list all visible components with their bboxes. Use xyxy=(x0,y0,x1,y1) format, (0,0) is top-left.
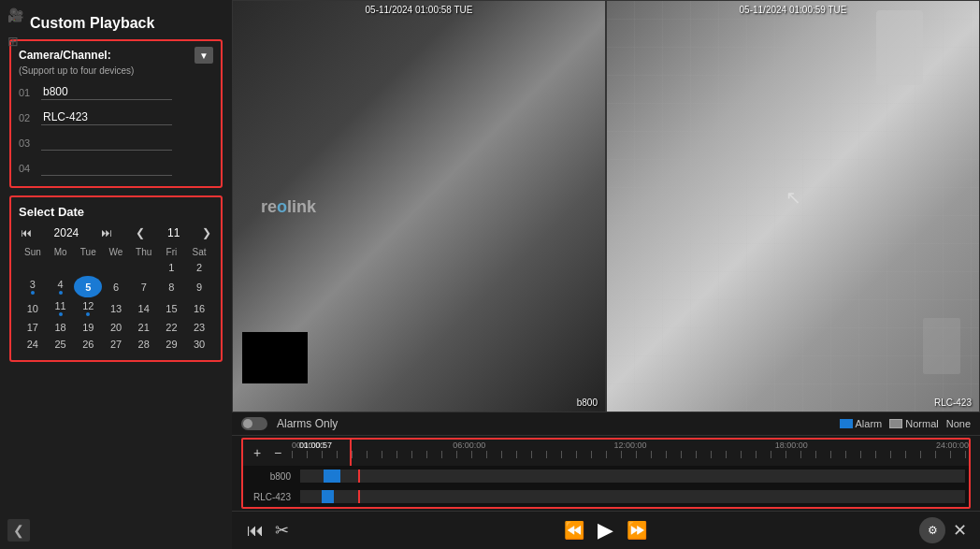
cal-day-1[interactable]: 1 xyxy=(158,259,186,276)
zoom-out-button[interactable]: − xyxy=(269,444,286,461)
weekday-mo: Mo xyxy=(47,245,75,259)
cam1-label: b800 xyxy=(577,397,598,408)
device-item-2: 02 xyxy=(19,107,213,128)
track-bar-rlc423[interactable] xyxy=(300,490,965,503)
time-label-24: 24:00:00 xyxy=(936,441,969,450)
track-segment-b800 xyxy=(324,470,340,483)
cal-day-28[interactable]: 28 xyxy=(130,336,158,353)
timeline-ruler-area[interactable]: + − 00:00:00 06:00:00 12:00:00 18:00:00 … xyxy=(241,438,971,509)
track-segment-rlc423 xyxy=(322,490,334,503)
cal-day-9[interactable]: 9 xyxy=(185,276,213,297)
settings-button[interactable]: ⚙ xyxy=(919,517,945,543)
device-name-4[interactable] xyxy=(41,160,172,176)
cal-day-23[interactable]: 23 xyxy=(185,319,213,336)
clip-button[interactable]: ✂ xyxy=(273,520,291,541)
time-label-18: 18:00:00 xyxy=(775,441,808,450)
none-button[interactable]: None xyxy=(946,418,971,429)
cal-day-21[interactable]: 21 xyxy=(130,319,158,336)
cal-day-empty xyxy=(130,259,158,276)
cal-day-18[interactable]: 18 xyxy=(47,319,75,336)
prev-segment-button[interactable]: ⏮ xyxy=(245,521,266,541)
calendar-week-2: 3 4 5 6 7 8 9 xyxy=(19,276,213,297)
weekday-fri: Fri xyxy=(158,245,186,259)
video-panel-cam1: 05-11/2024 01:00:58 TUE reolink b800 xyxy=(232,0,606,412)
device-list: 01 02 03 04 xyxy=(19,81,213,179)
collapse-sidebar-button[interactable]: ❮ xyxy=(7,519,30,542)
legend-alarm: Alarm xyxy=(840,418,883,429)
cal-day-6[interactable]: 6 xyxy=(102,276,130,297)
cal-day-27[interactable]: 27 xyxy=(102,336,130,353)
cal-day-4[interactable]: 4 xyxy=(47,276,75,297)
normal-color-box xyxy=(889,419,902,428)
cal-day-7[interactable]: 7 xyxy=(130,276,158,297)
cal-day-15[interactable]: 15 xyxy=(158,297,186,319)
device-num-1: 01 xyxy=(19,87,36,98)
cal-day-2[interactable]: 2 xyxy=(185,259,213,276)
cal-day-26[interactable]: 26 xyxy=(74,336,102,353)
cal-day-13[interactable]: 13 xyxy=(102,297,130,319)
next-month-button[interactable]: ❯ xyxy=(200,226,213,239)
timeline-cursor-line xyxy=(350,440,352,466)
calendar-week-4: 17 18 19 20 21 22 23 xyxy=(19,319,213,336)
weekday-sat: Sat xyxy=(185,245,213,259)
calendar-month: 11 xyxy=(167,226,180,239)
cal-day-19[interactable]: 19 xyxy=(74,319,102,336)
cal-day-14[interactable]: 14 xyxy=(130,297,158,319)
cal-day-empty xyxy=(102,259,130,276)
cal-day-11[interactable]: 11 xyxy=(47,297,75,319)
track-bar-b800[interactable] xyxy=(300,470,965,483)
cal-day-12[interactable]: 12 xyxy=(74,297,102,319)
cal-day-24[interactable]: 24 xyxy=(19,336,47,353)
next-year-button[interactable]: ⏭ xyxy=(99,226,114,239)
alarm-color-box xyxy=(840,419,853,428)
cal-day-30[interactable]: 30 xyxy=(185,336,213,353)
weekday-thu: Thu xyxy=(130,245,158,259)
channel-tracks: b800 RLC-423 xyxy=(243,466,969,507)
alarms-bar: Alarms Only Alarm Normal None xyxy=(232,412,980,436)
camera-icon: 🎥 xyxy=(7,7,23,22)
weekday-tue: Tue xyxy=(74,245,102,259)
prev-year-button[interactable]: ⏮ xyxy=(19,226,34,239)
support-text: (Support up to four devices) xyxy=(19,65,213,76)
calendar-nav: ⏮ 2024 ⏭ ❮ 11 ❯ xyxy=(19,226,213,239)
device-item-3: 03 xyxy=(19,132,213,153)
rewind-button[interactable]: ⏪ xyxy=(562,520,586,541)
cal-day-20[interactable]: 20 xyxy=(102,319,130,336)
cal-day-25[interactable]: 25 xyxy=(47,336,75,353)
prev-month-button[interactable]: ❮ xyxy=(134,226,147,239)
select-date-title: Select Date xyxy=(19,205,213,219)
camera-channel-dropdown[interactable]: ▼ xyxy=(195,47,213,64)
timeline-ruler[interactable]: 00:00:00 06:00:00 12:00:00 18:00:00 24:0… xyxy=(292,440,969,466)
calendar-year: 2024 xyxy=(54,226,79,239)
cal-day-3[interactable]: 3 xyxy=(19,276,47,297)
device-num-4: 04 xyxy=(19,163,36,174)
camera-channel-section: Camera/Channel: ▼ (Support up to four de… xyxy=(9,39,223,188)
cal-day-10[interactable]: 10 xyxy=(19,297,47,319)
fast-forward-button[interactable]: ⏩ xyxy=(625,520,649,541)
time-label-6: 06:00:00 xyxy=(453,441,485,450)
cal-day-5-selected[interactable]: 5 xyxy=(74,276,102,297)
cal-day-22[interactable]: 22 xyxy=(158,319,186,336)
calendar-week-5: 24 25 26 27 28 29 30 xyxy=(19,336,213,353)
timeline-area: Alarms Only Alarm Normal None + − xyxy=(232,412,980,549)
play-button[interactable]: ▶ xyxy=(596,518,615,542)
cal-day-16[interactable]: 16 xyxy=(185,297,213,319)
device-item-4: 04 xyxy=(19,157,213,179)
cal-day-17[interactable]: 17 xyxy=(19,319,47,336)
device-name-2[interactable] xyxy=(41,109,172,125)
zoom-in-button[interactable]: + xyxy=(249,444,266,461)
track-cursor-rlc423 xyxy=(358,490,360,503)
video-panel-cam2: 05-11/2024 01:00:59 TUE ↖ RLC-423 xyxy=(606,0,980,412)
track-b800: b800 xyxy=(243,466,969,486)
cal-day-29[interactable]: 29 xyxy=(158,336,186,353)
device-name-1[interactable] xyxy=(41,84,172,100)
cal-day-8[interactable]: 8 xyxy=(158,276,186,297)
close-button[interactable]: ✕ xyxy=(953,520,967,541)
grid-icon[interactable]: ⊞ xyxy=(7,34,19,49)
dropdown-arrow-icon: ▼ xyxy=(199,51,209,61)
legend-normal: Normal xyxy=(889,418,938,429)
device-name-3[interactable] xyxy=(41,135,172,151)
alarms-toggle[interactable] xyxy=(241,417,267,430)
alarm-legend-label: Alarm xyxy=(856,418,883,429)
track-label-rlc423: RLC-423 xyxy=(243,492,295,502)
